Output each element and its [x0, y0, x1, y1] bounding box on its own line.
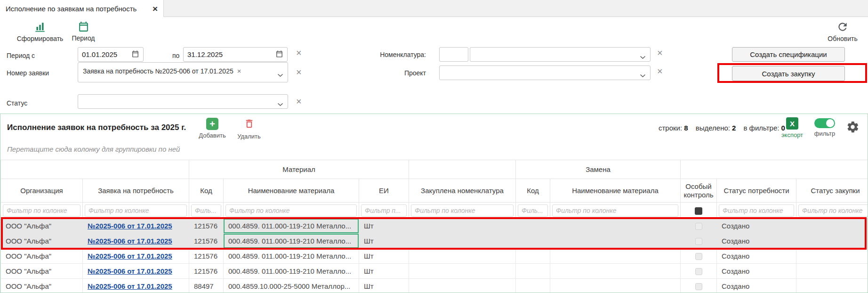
request-link[interactable]: №2025-006 от 17.01.2025: [88, 267, 172, 275]
unit-cell: Шт: [359, 219, 409, 234]
filter-input-purchased[interactable]: [411, 204, 514, 217]
filter-input-replacement-material[interactable]: [552, 204, 678, 217]
control-cell: [681, 249, 717, 264]
nomenclature-code-input[interactable]: [439, 47, 468, 62]
purchase-status-cell: [796, 279, 868, 293]
code-cell: 88497: [189, 279, 224, 293]
request-clear-icon[interactable]: ×: [296, 67, 302, 77]
period-to-value: 31.12.2025: [187, 50, 223, 58]
need-status-cell: Создано: [717, 249, 796, 264]
purchase-status-cell: [796, 264, 868, 279]
generate-button[interactable]: Сформировать: [11, 21, 69, 42]
filter-input-need-status[interactable]: [719, 204, 794, 217]
period-from-input[interactable]: 01.01.2025: [78, 47, 144, 62]
filter-input-code[interactable]: [191, 204, 221, 217]
settings-button[interactable]: [846, 120, 860, 136]
toggle-on-icon[interactable]: [814, 118, 835, 128]
date-picker-icon[interactable]: [275, 50, 283, 59]
row-checkbox[interactable]: [695, 283, 702, 290]
tag-remove-icon[interactable]: ×: [237, 67, 241, 75]
gear-icon: [846, 127, 860, 135]
request-link[interactable]: №2025-006 от 17.01.2025: [88, 222, 172, 230]
purchased-cell: [409, 234, 516, 249]
filter-input-purchase-status[interactable]: [798, 204, 868, 217]
request-link[interactable]: №2025-006 от 17.01.2025: [88, 252, 172, 260]
filter-input-material[interactable]: [225, 204, 357, 217]
row-checkbox[interactable]: [695, 268, 702, 275]
column-header-need-status[interactable]: Статус потребности: [717, 179, 796, 203]
request-link[interactable]: №2025-006 от 17.01.2025: [88, 282, 172, 290]
export-label: экспорт: [781, 131, 803, 138]
material-cell[interactable]: 000.4859. 011.000-119-210 Металло...: [224, 234, 359, 249]
need-status-cell: Создано: [717, 264, 796, 279]
column-header-unit[interactable]: ЕИ: [359, 179, 409, 203]
table-row[interactable]: ООО "Альфа" №2025-006 от 17.01.2025 1215…: [1, 249, 868, 264]
column-header-replacement-code[interactable]: Код: [516, 179, 550, 203]
filter-input-unit[interactable]: [361, 204, 407, 217]
filter-input-request[interactable]: [85, 204, 187, 217]
filter-input-replacement-code[interactable]: [518, 204, 548, 217]
table-row[interactable]: ООО "Альфа" №2025-006 от 17.01.2025 1215…: [1, 234, 868, 249]
period-clear-icon[interactable]: ×: [296, 48, 302, 57]
add-label: Добавить: [199, 132, 225, 139]
status-clear-icon[interactable]: ×: [296, 97, 302, 106]
period-to-input[interactable]: 31.12.2025: [183, 47, 288, 62]
column-header-control[interactable]: Особый контроль: [681, 179, 717, 203]
material-cell[interactable]: 000.4859. 011.000-119-210 Металло...: [224, 264, 359, 279]
delete-row-button[interactable]: Удалить: [234, 118, 264, 140]
group-header-empty: [681, 160, 868, 179]
create-purchase-button[interactable]: Создать закупку: [732, 66, 845, 81]
nomenclature-combo[interactable]: [470, 47, 651, 62]
replacement-material-cell: [550, 279, 681, 293]
chevron-down-icon[interactable]: [277, 71, 283, 79]
table-row[interactable]: ООО "Альфа" №2025-006 от 17.01.2025 8849…: [1, 279, 868, 293]
row-checkbox[interactable]: [695, 238, 702, 245]
request-link[interactable]: №2025-006 от 17.01.2025: [88, 237, 172, 245]
column-header-replacement-material[interactable]: Наименование материала: [550, 179, 681, 203]
table-body: ООО "Альфа" №2025-006 от 17.01.2025 1215…: [1, 219, 868, 293]
calendar-icon: [78, 21, 89, 33]
export-excel-button[interactable]: X экспорт: [779, 117, 805, 138]
grid-panel: Исполнение заявок на потребность за 2025…: [0, 114, 868, 293]
project-combo[interactable]: [439, 65, 651, 80]
add-row-button[interactable]: + Добавить: [198, 118, 227, 139]
column-header-request[interactable]: Заявка на потребность: [83, 179, 189, 203]
material-cell[interactable]: 000.4859. 011.000-119-210 Металло...: [224, 219, 359, 234]
tab-execution-requests[interactable]: Исполнение по заявкам на потребность ×: [0, 0, 164, 17]
chevron-down-icon[interactable]: [277, 100, 283, 108]
column-header-code[interactable]: Код: [189, 179, 224, 203]
material-cell[interactable]: 000.4859.10.000-25-5000 Металлор...: [224, 279, 359, 293]
row-checkbox[interactable]: [695, 253, 702, 260]
group-drag-hint: Перетащите сюда колонку для группировки …: [7, 145, 180, 153]
refresh-button[interactable]: Обновить: [825, 21, 860, 42]
row-checkbox[interactable]: [695, 223, 702, 230]
column-header-material[interactable]: Наименование материала: [224, 179, 359, 203]
project-clear-icon[interactable]: ×: [657, 66, 663, 76]
column-header-purchase-status[interactable]: Статус закупки: [796, 179, 868, 203]
chevron-down-icon[interactable]: [640, 53, 646, 61]
table-row[interactable]: ООО "Альфа" №2025-006 от 17.01.2025 1215…: [1, 264, 868, 279]
table-row[interactable]: ООО "Альфа" №2025-006 от 17.01.2025 1215…: [1, 219, 868, 234]
purchased-cell: [409, 219, 516, 234]
filter-toggle[interactable]: фильтр: [811, 118, 838, 137]
nomenclature-clear-icon[interactable]: ×: [657, 48, 663, 57]
code-cell: 121576: [189, 249, 224, 264]
org-cell: ООО "Альфа": [1, 249, 83, 264]
delete-label: Удалить: [237, 133, 261, 140]
date-picker-icon[interactable]: [131, 50, 139, 59]
create-specifications-button[interactable]: Создать спецификации: [732, 47, 845, 62]
group-header-replacement: Замена: [516, 160, 681, 179]
tab-close-icon[interactable]: ×: [153, 4, 158, 13]
group-header-row: Материал Замена: [1, 160, 868, 179]
material-cell[interactable]: 000.4859. 011.000-119-210 Металло...: [224, 249, 359, 264]
request-cell: №2025-006 от 17.01.2025: [83, 264, 189, 279]
status-combo[interactable]: [78, 94, 288, 109]
column-header-org[interactable]: Организация: [1, 179, 83, 203]
group-header-material: Материал: [189, 160, 409, 179]
request-number-combo[interactable]: Заявка на потребность №2025-006 от 17.01…: [78, 62, 288, 82]
period-button[interactable]: Период: [69, 21, 98, 42]
column-header-purchased[interactable]: Закуплена номенклатура: [409, 179, 516, 203]
chevron-down-icon[interactable]: [640, 71, 646, 80]
control-filter-checkbox[interactable]: [695, 207, 702, 215]
filter-input-org[interactable]: [3, 204, 80, 217]
